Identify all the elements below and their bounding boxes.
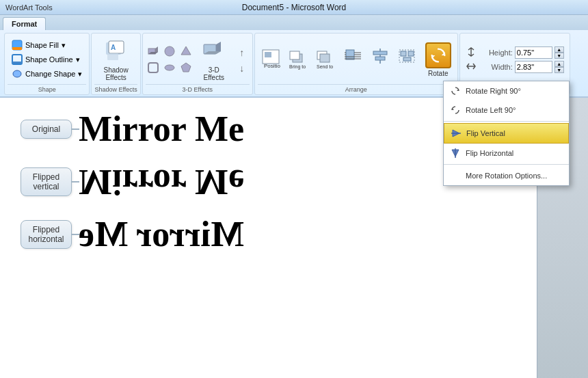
svg-text:Position: Position	[264, 63, 280, 69]
shape-fill-icon	[12, 40, 23, 51]
threed-effects-group: 3-D Effects ↑ ↓ 3-D Effects	[142, 33, 253, 95]
threed-group-content: 3-D Effects ↑ ↓	[146, 35, 250, 84]
threed-btn-6[interactable]	[178, 60, 193, 75]
bring-front-button[interactable]: Bring to Front	[285, 46, 311, 72]
threed-btn-4[interactable]	[146, 60, 161, 75]
svg-rect-1	[12, 47, 22, 50]
svg-rect-23	[290, 51, 299, 59]
height-icon	[466, 46, 477, 59]
rotate-icon-container	[425, 42, 451, 68]
doc-title: Document5 - Microsoft Word	[242, 3, 347, 12]
flip-vertical-item[interactable]: Flip Vertical	[444, 123, 569, 144]
height-spin-down[interactable]: ▼	[554, 53, 564, 59]
svg-rect-14	[148, 63, 158, 72]
height-spin-up[interactable]: ▲	[554, 46, 564, 53]
flipped-horizontal-item: Flippedhorizontal Mirror Me	[21, 217, 516, 252]
threed-btn-5[interactable]	[162, 60, 177, 75]
shadow-effects-icon: A	[103, 38, 130, 65]
svg-text:Send to: Send to	[317, 64, 333, 69]
flipped-vertical-text: Mirror Me	[79, 164, 244, 200]
change-shape-icon	[12, 68, 23, 79]
shape-buttons: Shape Fill ▾ Shape Outline ▾	[8, 37, 86, 82]
flipped-vertical-item: Flippedvertical Mirror Me	[21, 164, 516, 200]
svg-rect-41	[401, 51, 406, 56]
svg-rect-39	[375, 57, 385, 60]
arrange-group-content: Position Bring to Front	[258, 35, 455, 84]
svg-text:A: A	[111, 44, 116, 51]
shadow-effects-label: Shadow Effects	[104, 66, 129, 81]
rotate-button[interactable]: Rotate	[422, 40, 455, 79]
width-label: Width:	[479, 63, 513, 71]
shape-outline-arrow[interactable]: ▾	[76, 55, 80, 64]
rotate-left-label: Rotate Left 90°	[466, 106, 516, 114]
flip-vertical-label: Flip Vertical	[466, 129, 505, 137]
threed-btn-3[interactable]	[178, 44, 193, 59]
threed-group-label: 3-D Effects	[146, 84, 250, 93]
flip-horizontal-item[interactable]: Flip Horizontal	[444, 144, 569, 163]
svg-point-12	[165, 46, 174, 56]
rotate-left-icon	[449, 104, 462, 116]
shape-outline-label: Shape Outline	[25, 55, 73, 64]
shape-fill-arrow[interactable]: ▾	[62, 41, 66, 50]
ribbon-tabs: Format	[0, 15, 588, 30]
threed-btn-2[interactable]	[162, 44, 177, 59]
send-back-button[interactable]: Send to Back	[312, 46, 338, 72]
tab-format[interactable]: Format	[3, 17, 46, 30]
height-label: Height:	[479, 49, 513, 57]
rotate-label: Rotate	[428, 70, 448, 77]
height-row: Height: ▲ ▼	[466, 46, 564, 59]
svg-text:Front: Front	[291, 70, 302, 70]
svg-rect-8	[107, 53, 118, 60]
svg-text:Bring to: Bring to	[289, 64, 306, 70]
rotate-dropdown-menu: Rotate Right 90° Rotate Left 90° Flip Ve…	[443, 81, 570, 186]
shape-fill-label: Shape Fill	[25, 41, 59, 49]
shape-group: Shape Fill ▾ Shape Outline ▾	[4, 33, 90, 95]
svg-rect-42	[408, 51, 414, 56]
title-bar: WordArt Tools Document5 - Microsoft Word	[0, 0, 588, 15]
shape-outline-icon	[12, 54, 23, 65]
align-button[interactable]	[367, 46, 393, 72]
shape-outline-button[interactable]: Shape Outline ▾	[9, 53, 85, 66]
width-spin-down[interactable]: ▼	[554, 67, 564, 73]
width-spin-up[interactable]: ▲	[554, 61, 564, 67]
shape-fill-button[interactable]: Shape Fill ▾	[9, 38, 85, 52]
rotate-left-item[interactable]: Rotate Left 90°	[444, 100, 569, 120]
width-icon	[466, 61, 477, 73]
threed-rotate-up[interactable]: ↑	[235, 45, 250, 60]
original-label: Original	[21, 120, 72, 139]
threed-effects-button[interactable]: 3-D Effects	[195, 35, 233, 84]
rotate-icon	[429, 45, 448, 66]
original-item: Original Mirror Me	[21, 111, 516, 147]
change-shape-label: Change Shape	[25, 70, 75, 78]
width-input[interactable]	[515, 61, 552, 73]
text-wrap-button[interactable]	[340, 46, 366, 72]
height-input[interactable]	[515, 46, 552, 59]
shadow-effects-button[interactable]: A Shadow Effects	[97, 35, 135, 84]
shadow-group-content: A Shadow Effects	[97, 35, 135, 84]
more-rotation-item[interactable]: More Rotation Options...	[444, 166, 569, 185]
svg-rect-3	[12, 62, 22, 64]
threed-effects-label: 3-D Effects	[204, 66, 224, 81]
size-group-content: Height: ▲ ▼ Width:	[463, 35, 567, 84]
threed-rotate-down[interactable]: ↓	[235, 61, 250, 76]
rotate-right-item[interactable]: Rotate Right 90°	[444, 81, 569, 100]
svg-rect-27	[320, 54, 330, 62]
svg-text:Back: Back	[319, 70, 330, 70]
arrange-group-label: Arrange	[258, 84, 455, 93]
height-spin[interactable]: ▲ ▼	[554, 46, 564, 59]
svg-point-4	[13, 70, 21, 77]
change-shape-button[interactable]: Change Shape ▾	[9, 67, 85, 81]
more-rotation-icon	[449, 170, 462, 182]
threed-btn-1[interactable]	[146, 44, 161, 59]
position-button[interactable]: Position	[258, 46, 284, 72]
svg-rect-20	[265, 52, 271, 57]
flip-vertical-icon	[450, 127, 462, 139]
flipped-horizontal-label: Flippedhorizontal	[21, 220, 72, 249]
shape-group-content: Shape Fill ▾ Shape Outline ▾	[8, 35, 86, 84]
shadow-group-label: Shadow Effects	[94, 84, 137, 93]
width-row: Width: ▲ ▼	[466, 61, 564, 73]
app-name: WordArt Tools	[5, 3, 53, 12]
width-spin[interactable]: ▲ ▼	[554, 61, 564, 73]
change-shape-arrow[interactable]: ▾	[78, 70, 82, 79]
group-button[interactable]	[395, 46, 420, 72]
